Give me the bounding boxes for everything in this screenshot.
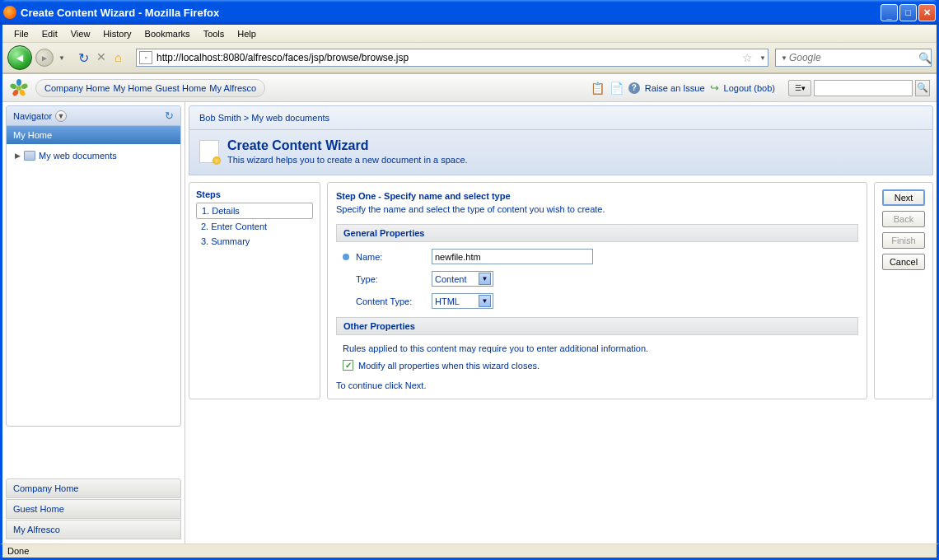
home-button[interactable]: ⌂ xyxy=(114,50,129,65)
name-input[interactable] xyxy=(432,249,593,264)
rules-text: Rules applied to this content may requir… xyxy=(336,342,858,355)
menu-bookmarks[interactable]: Bookmarks xyxy=(138,27,197,40)
menu-file[interactable]: File xyxy=(7,27,35,40)
help-icon[interactable]: ? xyxy=(628,82,640,94)
nav-my-home[interactable]: My Home xyxy=(113,83,152,93)
top-actions: 📋 📄 ? Raise an Issue ↪ Logout (bob) xyxy=(591,82,775,95)
svg-point-4 xyxy=(16,86,21,91)
alfresco-logo-icon xyxy=(9,78,29,98)
navigator-title: Navigator xyxy=(13,111,52,121)
svg-point-6 xyxy=(21,82,28,89)
browser-toolbar: ◄ ► ▼ ↻ ✕ ⌂ ▫ ☆ ▼ ▼ 🔍 xyxy=(2,43,937,74)
menu-help[interactable]: Help xyxy=(231,27,263,40)
cancel-button[interactable]: Cancel xyxy=(882,254,925,270)
alfresco-topbar: Company Home My Home Guest Home My Alfre… xyxy=(2,74,937,102)
svg-point-9 xyxy=(10,82,17,89)
main-body: Navigator ▼ ↻ My Home ▶ My web documents xyxy=(2,102,937,544)
name-row: Name: xyxy=(336,249,858,264)
search-go-icon[interactable]: 🔍 xyxy=(915,52,935,64)
address-input[interactable] xyxy=(155,49,737,66)
finish-button: Finish xyxy=(882,232,925,249)
address-bar: ▫ ☆ ▼ xyxy=(136,49,768,67)
logout-icon[interactable]: ↪ xyxy=(710,82,719,94)
wizard-buttons: Next Back Finish Cancel xyxy=(874,182,933,399)
app-window: Create Content Wizard - Mozilla Firefox … xyxy=(0,0,939,560)
forward-button: ► xyxy=(35,49,54,67)
alfresco-search-go-icon[interactable]: 🔍 xyxy=(915,80,930,96)
menu-tools[interactable]: Tools xyxy=(197,27,231,40)
steps-label: Steps xyxy=(196,189,313,199)
alfresco-search: ☰▾ 🔍 xyxy=(788,80,930,96)
status-bar: Done xyxy=(0,544,939,560)
back-button[interactable]: ◄ xyxy=(7,45,32,70)
nav-my-alfresco[interactable]: My Alfresco xyxy=(209,83,256,93)
document-icon xyxy=(199,140,219,163)
search-input[interactable] xyxy=(787,52,915,63)
step-3-summary[interactable]: 3. Summary xyxy=(196,234,313,249)
sidebar-my-alfresco[interactable]: My Alfresco xyxy=(6,520,181,539)
logout-link[interactable]: Logout (bob) xyxy=(724,83,775,93)
wizard-body: Steps 1. Details 2. Enter Content 3. Sum… xyxy=(189,182,933,399)
maximize-button[interactable]: □ xyxy=(899,4,917,21)
steps-panel: Steps 1. Details 2. Enter Content 3. Sum… xyxy=(189,182,320,399)
menu-view[interactable]: View xyxy=(64,27,97,40)
search-bar: ▼ 🔍 xyxy=(775,49,932,67)
page-content: Company Home My Home Guest Home My Alfre… xyxy=(0,74,939,544)
content-type-label: Content Type: xyxy=(356,296,432,306)
minimize-button[interactable]: _ xyxy=(881,4,898,21)
breadcrumb-root[interactable]: Bob Smith xyxy=(199,113,241,123)
wizard-title: Create Content Wizard xyxy=(227,138,468,153)
paste-icon[interactable]: 📄 xyxy=(610,82,624,95)
dropdown-arrow-icon: ▼ xyxy=(479,273,491,285)
navigator-header: Navigator ▼ ↻ xyxy=(7,106,180,126)
reload-button[interactable]: ↻ xyxy=(78,50,93,65)
clipboard-icon[interactable]: 📋 xyxy=(591,82,605,95)
main-nav: Company Home My Home Guest Home My Alfre… xyxy=(35,79,265,97)
type-label: Type: xyxy=(356,274,432,284)
menu-history[interactable]: History xyxy=(96,27,138,40)
other-properties-header: Other Properties xyxy=(336,317,858,335)
alfresco-search-input[interactable] xyxy=(814,80,913,96)
tree-item-my-web-documents[interactable]: ▶ My web documents xyxy=(12,149,175,162)
navigator-dropdown-icon[interactable]: ▼ xyxy=(55,110,67,122)
stop-button[interactable]: ✕ xyxy=(96,50,111,65)
sidebar-shortcuts: Company Home Guest Home My Alfresco xyxy=(6,478,181,540)
bookmark-star-icon[interactable]: ☆ xyxy=(737,51,758,64)
modify-properties-label: Modify all properties when this wizard c… xyxy=(358,361,540,371)
search-options-button[interactable]: ☰▾ xyxy=(788,80,811,96)
window-title: Create Content Wizard - Mozilla Firefox xyxy=(21,7,881,19)
search-engine-dropdown[interactable]: ▼ xyxy=(781,54,787,62)
breadcrumb-current[interactable]: My web documents xyxy=(251,113,329,123)
next-button[interactable]: Next xyxy=(882,189,925,206)
window-controls: _ □ ✕ xyxy=(881,4,936,21)
wizard-subtitle: This wizard helps you to create a new do… xyxy=(227,155,468,165)
svg-point-5 xyxy=(16,79,21,86)
general-properties-header: General Properties xyxy=(336,224,858,242)
step-1-details[interactable]: 1. Details xyxy=(196,203,313,219)
menu-bar: File Edit View History Bookmarks Tools H… xyxy=(2,25,937,43)
raise-issue-link[interactable]: Raise an Issue xyxy=(645,83,705,93)
tree-expand-icon[interactable]: ▶ xyxy=(15,152,21,160)
status-text: Done xyxy=(7,546,29,556)
modify-properties-checkbox[interactable]: ✓ xyxy=(343,360,353,371)
form-panel: Step One - Specify name and select type … xyxy=(327,182,867,399)
content-type-value: HTML xyxy=(435,296,460,306)
dropdown-arrow-icon: ▼ xyxy=(479,295,491,307)
sidebar-guest-home[interactable]: Guest Home xyxy=(6,499,181,519)
refresh-icon[interactable]: ↻ xyxy=(165,110,174,122)
name-label: Name: xyxy=(356,252,432,262)
breadcrumb: Bob Smith > My web documents xyxy=(189,105,933,130)
close-button[interactable]: ✕ xyxy=(918,4,936,21)
content-type-select[interactable]: HTML ▼ xyxy=(432,293,493,309)
sidebar-company-home[interactable]: Company Home xyxy=(6,478,181,498)
history-dropdown[interactable]: ▼ xyxy=(57,54,67,62)
step-2-enter-content[interactable]: 2. Enter Content xyxy=(196,219,313,234)
step-heading: Step One - Specify name and select type xyxy=(336,191,858,201)
sidebar-selected[interactable]: My Home xyxy=(7,126,180,144)
type-select[interactable]: Content ▼ xyxy=(432,271,493,287)
address-dropdown[interactable]: ▼ xyxy=(758,54,768,62)
folder-tree: ▶ My web documents xyxy=(7,144,180,167)
nav-guest-home[interactable]: Guest Home xyxy=(156,83,207,93)
menu-edit[interactable]: Edit xyxy=(35,27,64,40)
nav-company-home[interactable]: Company Home xyxy=(44,83,110,93)
